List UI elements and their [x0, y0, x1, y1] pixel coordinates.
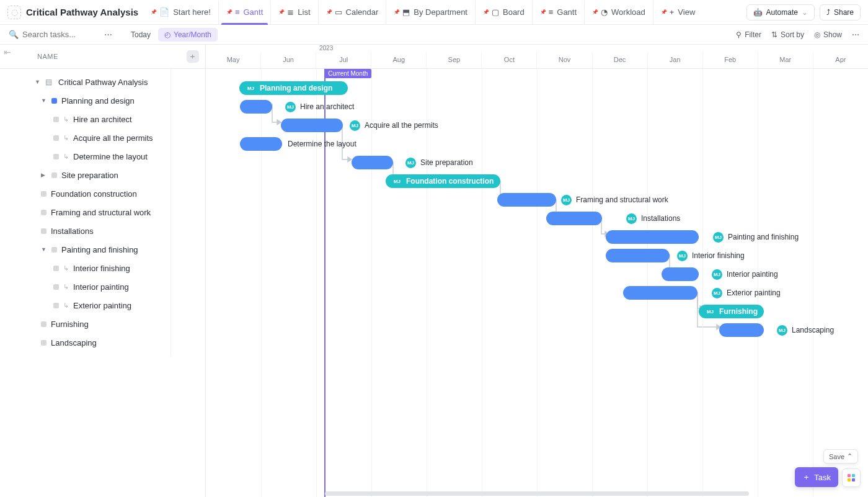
gantt-header: 2023 MayJunJulAugSepOctNovDecJanFebMarAp…: [206, 45, 868, 69]
tree-row[interactable]: Foundation construction: [0, 184, 205, 203]
sort-button[interactable]: ⇅Sort by: [771, 30, 804, 39]
tree-row[interactable]: ↳Acquire all the permits: [0, 128, 205, 147]
caret-icon[interactable]: ▼: [35, 79, 41, 85]
tree-label: Site preparation: [61, 171, 118, 180]
gantt-bar[interactable]: [662, 267, 699, 281]
space-icon[interactable]: ◌: [7, 6, 21, 19]
month-header: Feb: [702, 52, 758, 68]
gantt-bar[interactable]: [606, 249, 670, 262]
tree-row[interactable]: Landscaping: [0, 333, 205, 352]
subtask-icon: ↳: [63, 153, 69, 161]
tree-row[interactable]: Furnishing: [0, 315, 205, 333]
view-tab-gantt[interactable]: 📌≡Gantt: [218, 1, 270, 24]
tree-row[interactable]: ▼▤Critical Pathway Analysis: [0, 73, 205, 91]
view-tab-calendar[interactable]: 📌▭Calendar: [318, 1, 386, 24]
gantt-bar[interactable]: [497, 193, 556, 207]
bar-label-outside: MJInstallations: [626, 213, 680, 224]
gantt-bar[interactable]: [606, 230, 699, 244]
gantt-bar[interactable]: MJFoundation construction: [386, 174, 500, 188]
view-tab-gantt[interactable]: 📌≡Gantt: [532, 1, 584, 24]
tree-row[interactable]: ↳Determine the layout: [0, 147, 205, 166]
assignee-avatar[interactable]: MJ: [246, 83, 256, 94]
apps-button[interactable]: [842, 468, 861, 487]
status-icon: [53, 266, 59, 271]
save-button[interactable]: Save⌃: [823, 449, 858, 463]
month-header: Nov: [536, 52, 591, 68]
bar-label-outside: MJLandscaping: [777, 325, 834, 336]
bar-label: Foundation construction: [406, 177, 494, 186]
view-tab-by-department[interactable]: 📌⬒By Department: [386, 1, 475, 24]
automate-button[interactable]: 🤖 Automate ⌄: [746, 4, 815, 20]
view-tab-start-here-[interactable]: 📌📄Start here!: [143, 1, 218, 24]
assignee-avatar[interactable]: MJ: [626, 213, 637, 224]
toolbar-more-icon[interactable]: ⋯: [852, 30, 859, 39]
gantt-row: MJInstallations: [206, 209, 868, 228]
gantt-bar[interactable]: [240, 100, 272, 114]
caret-icon[interactable]: ▶: [41, 172, 47, 178]
assignee-avatar[interactable]: MJ: [285, 102, 296, 112]
assignee-avatar[interactable]: MJ: [677, 251, 688, 261]
assignee-avatar[interactable]: MJ: [350, 120, 360, 131]
caret-icon[interactable]: ▼: [41, 97, 47, 104]
gantt-row: MJPainting and finishing: [206, 228, 868, 246]
gantt-bar[interactable]: MJFurnishing: [699, 305, 764, 318]
month-header: May: [206, 52, 260, 68]
new-task-button[interactable]: ＋Task: [795, 467, 838, 487]
tree-row[interactable]: ↳Interior finishing: [0, 259, 205, 277]
assignee-avatar[interactable]: MJ: [713, 232, 724, 243]
tree-label: Exterior painting: [73, 301, 131, 310]
caret-icon[interactable]: ▼: [41, 246, 47, 253]
assignee-avatar[interactable]: MJ: [392, 176, 402, 187]
view-tab-workload[interactable]: 📌◔Workload: [584, 1, 653, 24]
tab-icon: +: [670, 7, 675, 17]
subtask-icon: ↳: [63, 302, 69, 310]
tree-row[interactable]: ↳Hire an architect: [0, 110, 205, 128]
year-label: 2023: [319, 45, 333, 51]
month-header: Sep: [426, 52, 481, 68]
pin-icon: 📌: [326, 9, 332, 15]
gantt-bar[interactable]: [719, 323, 764, 337]
tree-label: Hire an architect: [73, 115, 132, 124]
gantt-body[interactable]: Current MonthMJPlanning and designMJHire…: [206, 69, 868, 497]
status-icon: [53, 117, 59, 122]
horizontal-scrollbar[interactable]: [206, 490, 868, 497]
gantt-bar[interactable]: [240, 137, 282, 151]
show-button[interactable]: ◎Show: [814, 30, 842, 39]
tree-row[interactable]: Framing and structural work: [0, 203, 205, 222]
tree-row[interactable]: ↳Exterior painting: [0, 296, 205, 315]
assignee-avatar[interactable]: MJ: [777, 325, 787, 336]
share-button[interactable]: ⤴ Share: [820, 4, 861, 20]
view-tab-view[interactable]: 📌+View: [653, 1, 703, 24]
tree-row[interactable]: ▼Painting and finishing: [0, 240, 205, 259]
gantt-bar[interactable]: [352, 156, 393, 169]
zoom-selector[interactable]: ◴ Year/Month: [158, 28, 218, 42]
tree-row[interactable]: ▶Site preparation: [0, 166, 205, 184]
assignee-avatar[interactable]: MJ: [561, 195, 572, 205]
gantt-bar[interactable]: [546, 212, 602, 225]
gantt-row: MJSite preparation: [206, 153, 868, 172]
tree-row[interactable]: ▼Planning and design: [0, 91, 205, 110]
view-tab-board[interactable]: 📌▢Board: [475, 1, 532, 24]
month-header: Dec: [592, 52, 647, 68]
gantt-row: MJInterior finishing: [206, 246, 868, 265]
assignee-avatar[interactable]: MJ: [405, 158, 416, 168]
assignee-avatar[interactable]: MJ: [712, 288, 722, 298]
assignee-avatar[interactable]: MJ: [705, 307, 715, 317]
today-button[interactable]: Today: [131, 30, 151, 39]
tab-icon: ◔: [601, 7, 608, 17]
gantt-bar[interactable]: [281, 119, 343, 132]
add-column-button[interactable]: ＋: [187, 50, 199, 63]
tree-row[interactable]: ↳Interior painting: [0, 277, 205, 296]
gantt-bar[interactable]: MJPlanning and design: [239, 81, 348, 95]
task-tree: ▼▤Critical Pathway Analysis▼Planning and…: [0, 69, 205, 356]
gantt-bar[interactable]: [623, 286, 698, 300]
search-input[interactable]: [22, 30, 97, 39]
tree-row[interactable]: Installations: [0, 222, 205, 240]
filter-button[interactable]: ⚲Filter: [736, 30, 761, 39]
search-input-wrap[interactable]: 🔍: [9, 30, 97, 39]
plus-icon: ＋: [802, 472, 810, 483]
view-tab-list[interactable]: 📌≣List: [270, 1, 317, 24]
search-more-icon[interactable]: ⋯: [104, 30, 112, 39]
status-icon: [41, 191, 46, 197]
assignee-avatar[interactable]: MJ: [712, 269, 722, 280]
